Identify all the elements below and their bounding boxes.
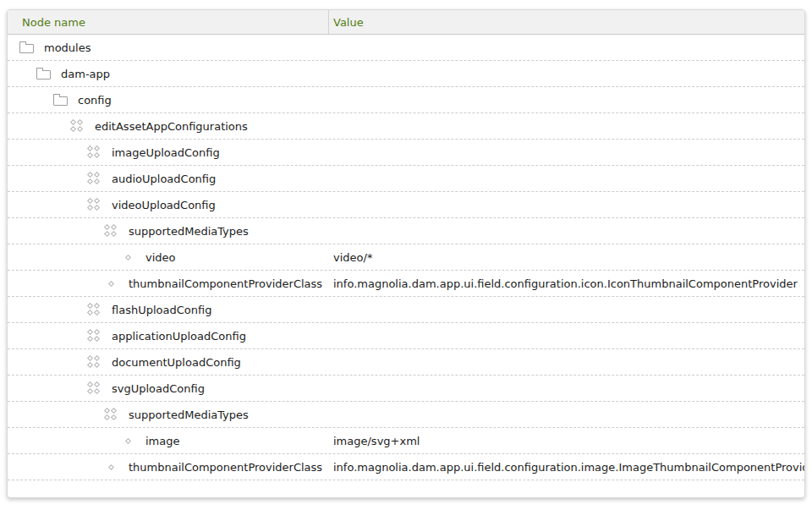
content-node-icon bbox=[87, 172, 102, 186]
tree-indent bbox=[8, 283, 104, 284]
tree-row[interactable]: video video/* bbox=[8, 244, 804, 271]
content-node-icon bbox=[87, 198, 102, 212]
tree-indent bbox=[8, 362, 87, 363]
content-node-icon bbox=[87, 381, 102, 396]
config-tree-table: Node name Value modules dam-app bbox=[7, 9, 805, 498]
node-value: info.magnolia.dam.app.ui.field.configura… bbox=[329, 277, 804, 290]
page: Node name Value modules dam-app bbox=[0, 0, 812, 510]
tree-indent bbox=[8, 178, 87, 179]
tree-indent bbox=[8, 231, 104, 232]
tree-indent bbox=[8, 310, 87, 310]
tree-row[interactable]: thumbnailComponentProviderClass info.mag… bbox=[8, 271, 804, 297]
tree-indent bbox=[8, 126, 70, 127]
folder-icon bbox=[19, 44, 34, 53]
content-node-icon bbox=[87, 303, 102, 317]
tree-row[interactable]: editAssetAppConfigurations bbox=[8, 113, 804, 140]
node-name-label: modules bbox=[44, 41, 91, 54]
tree-indent bbox=[8, 441, 121, 441]
node-name-cell: thumbnailComponentProviderClass bbox=[8, 277, 329, 291]
node-name-label: config bbox=[78, 94, 112, 107]
node-name-label: supportedMediaTypes bbox=[129, 225, 249, 238]
column-header-node-name[interactable]: Node name bbox=[8, 10, 329, 34]
tree-row[interactable]: dam-app bbox=[8, 61, 804, 87]
tree-row[interactable]: imageUploadConfig bbox=[8, 140, 804, 166]
node-name-label: thumbnailComponentProviderClass bbox=[129, 461, 322, 474]
node-name-label: image bbox=[145, 435, 180, 447]
tree-indent bbox=[8, 257, 121, 258]
node-name-label: svgUploadConfig bbox=[112, 382, 205, 395]
table-header: Node name Value bbox=[8, 10, 804, 35]
tree-row[interactable]: thumbnailComponentProviderClass info.mag… bbox=[8, 454, 804, 480]
tree-indent bbox=[8, 336, 87, 337]
node-name-cell: supportedMediaTypes bbox=[8, 224, 329, 239]
node-name-cell: videoUploadConfig bbox=[8, 198, 329, 212]
tree-indent bbox=[8, 152, 87, 153]
node-name-cell: svgUploadConfig bbox=[8, 381, 329, 396]
tree-indent bbox=[8, 467, 104, 468]
node-name-cell: audioUploadConfig bbox=[8, 172, 329, 186]
node-name-cell: image bbox=[8, 434, 329, 448]
content-node-icon bbox=[104, 408, 118, 422]
folder-icon bbox=[53, 96, 68, 106]
node-name-cell: editAssetAppConfigurations bbox=[8, 119, 329, 134]
tree-indent bbox=[8, 414, 104, 415]
node-name-label: flashUploadConfig bbox=[112, 304, 211, 316]
tree-row[interactable]: documentUploadConfig bbox=[8, 349, 804, 376]
tree-row[interactable]: audioUploadConfig bbox=[8, 166, 804, 192]
tree-indent bbox=[8, 205, 87, 206]
property-icon bbox=[104, 460, 118, 474]
node-name-cell: thumbnailComponentProviderClass bbox=[8, 460, 329, 474]
content-node-icon bbox=[87, 355, 102, 370]
property-icon bbox=[121, 250, 135, 265]
node-name-label: imageUploadConfig bbox=[112, 146, 220, 159]
tree-row[interactable]: image image/svg+xml bbox=[8, 428, 804, 454]
tree-row[interactable]: svgUploadConfig bbox=[8, 376, 804, 402]
property-icon bbox=[104, 277, 118, 291]
tree-row[interactable]: supportedMediaTypes bbox=[8, 402, 804, 428]
tree-row[interactable]: videoUploadConfig bbox=[8, 192, 804, 218]
node-name-cell: imageUploadConfig bbox=[8, 145, 329, 160]
node-name-cell: documentUploadConfig bbox=[8, 355, 329, 370]
node-name-label: video bbox=[145, 251, 176, 264]
node-name-cell: applicationUploadConfig bbox=[8, 329, 329, 343]
node-name-label: applicationUploadConfig bbox=[112, 330, 246, 343]
tree-indent bbox=[8, 388, 87, 389]
node-name-cell: modules bbox=[8, 41, 329, 54]
property-icon bbox=[121, 434, 135, 448]
node-name-cell: supportedMediaTypes bbox=[8, 408, 329, 422]
tree-indent bbox=[8, 47, 19, 48]
content-node-icon bbox=[87, 329, 102, 343]
node-name-label: thumbnailComponentProviderClass bbox=[129, 277, 322, 290]
tree-indent bbox=[8, 100, 53, 101]
tree-row[interactable]: applicationUploadConfig bbox=[8, 323, 804, 349]
column-header-value[interactable]: Value bbox=[329, 10, 804, 34]
node-value: info.magnolia.dam.app.ui.field.configura… bbox=[329, 461, 804, 474]
node-name-label: videoUploadConfig bbox=[112, 199, 216, 211]
node-value: image/svg+xml bbox=[329, 435, 804, 447]
node-name-cell: dam-app bbox=[8, 68, 329, 80]
node-name-label: audioUploadConfig bbox=[112, 173, 216, 185]
content-node-icon bbox=[70, 119, 85, 134]
node-value: video/* bbox=[329, 251, 804, 264]
table-body: modules dam-app config editAsset bbox=[8, 35, 804, 480]
node-name-label: documentUploadConfig bbox=[112, 356, 241, 369]
node-name-label: editAssetAppConfigurations bbox=[95, 120, 248, 133]
node-name-label: supportedMediaTypes bbox=[129, 409, 249, 421]
tree-row[interactable]: flashUploadConfig bbox=[8, 297, 804, 323]
tree-row[interactable]: supportedMediaTypes bbox=[8, 218, 804, 244]
node-name-cell: config bbox=[8, 94, 329, 107]
node-name-label: dam-app bbox=[61, 68, 110, 80]
tree-indent bbox=[8, 74, 36, 74]
content-node-icon bbox=[104, 224, 118, 239]
node-name-cell: video bbox=[8, 250, 329, 265]
content-node-icon bbox=[87, 145, 102, 160]
folder-icon bbox=[36, 70, 51, 80]
tree-row[interactable]: modules bbox=[8, 35, 804, 61]
node-name-cell: flashUploadConfig bbox=[8, 303, 329, 317]
tree-row[interactable]: config bbox=[8, 87, 804, 113]
